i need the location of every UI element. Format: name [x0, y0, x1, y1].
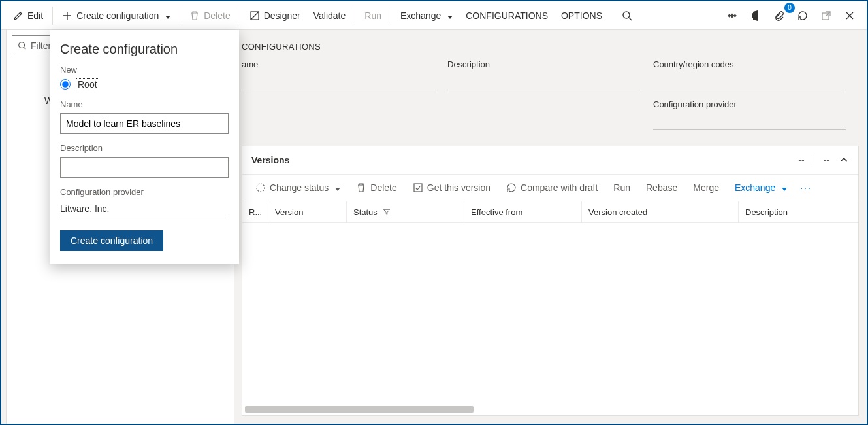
- designer-icon: [249, 10, 260, 21]
- create-configuration-submit[interactable]: Create configuration: [60, 230, 163, 251]
- versions-exchange-menu[interactable]: Exchange: [728, 180, 794, 196]
- versions-delete-button[interactable]: Delete: [349, 180, 403, 196]
- popout-button[interactable]: [814, 7, 838, 25]
- name-field[interactable]: [242, 73, 434, 90]
- paperclip-icon: [774, 10, 784, 21]
- configurations-label: CONFIGURATIONS: [466, 10, 548, 21]
- close-button[interactable]: [838, 7, 861, 25]
- col-r[interactable]: R...: [242, 201, 268, 222]
- provider-field-label: Configuration provider: [60, 187, 229, 197]
- office-icon-button[interactable]: [744, 7, 767, 25]
- cycle-icon: [255, 182, 266, 193]
- search-icon: [18, 41, 27, 51]
- versions-title: Versions: [251, 155, 289, 165]
- get-version-button[interactable]: Get this version: [406, 180, 497, 196]
- app-link-icon[interactable]: [720, 7, 744, 25]
- trash-icon: [356, 182, 366, 193]
- validate-label: Validate: [313, 10, 346, 21]
- delete-label: Delete: [370, 182, 396, 193]
- codes-label: Country/region codes: [653, 60, 846, 69]
- search-button[interactable]: [615, 7, 639, 25]
- toolbar-separator: [391, 7, 391, 25]
- codes-field[interactable]: [653, 73, 846, 90]
- create-configuration-button[interactable]: Create configuration: [56, 7, 177, 25]
- dropdown-title: Create configuration: [60, 42, 229, 57]
- horizontal-scrollbar[interactable]: [245, 406, 474, 413]
- configurations-tab[interactable]: CONFIGURATIONS: [459, 7, 555, 25]
- toolbar-separator: [355, 7, 355, 25]
- chevron-down-icon: [445, 10, 453, 21]
- svg-rect-5: [414, 184, 422, 192]
- toolbar-separator: [180, 7, 180, 25]
- name-label: ame: [242, 60, 434, 69]
- header-dash1: --: [798, 155, 804, 165]
- svg-point-3: [19, 42, 25, 48]
- trash-icon: [189, 10, 200, 21]
- versions-grid-body: [242, 223, 858, 415]
- description-field-label: Description: [60, 143, 229, 153]
- collapsed-rail[interactable]: [1, 30, 7, 424]
- chevron-down-icon: [332, 182, 340, 193]
- designer-button[interactable]: Designer: [243, 7, 307, 25]
- search-icon: [622, 10, 632, 21]
- more-menu[interactable]: ···: [796, 180, 816, 196]
- chevron-down-icon: [163, 10, 170, 21]
- filter-icon: [381, 207, 392, 217]
- name-input[interactable]: [60, 113, 229, 134]
- attachments-button[interactable]: 0: [767, 7, 791, 25]
- section-title: CONFIGURATIONS: [242, 42, 859, 52]
- change-status-label: Change status: [270, 182, 329, 193]
- provider-field[interactable]: [653, 113, 846, 130]
- ellipsis-icon: ···: [800, 182, 812, 193]
- merge-button[interactable]: Merge: [686, 180, 726, 196]
- options-tab[interactable]: OPTIONS: [555, 7, 609, 25]
- compare-button[interactable]: Compare with draft: [500, 180, 604, 196]
- office-icon: [750, 10, 761, 21]
- run-label: Run: [364, 10, 381, 21]
- create-configuration-dropdown: Create configuration New Root Name Descr…: [50, 30, 239, 264]
- svg-point-1: [623, 12, 630, 18]
- plus-icon: [62, 10, 72, 21]
- name-field-label: Name: [60, 99, 229, 109]
- exchange-label: Exchange: [400, 10, 441, 21]
- delete-button: Delete: [183, 7, 236, 25]
- designer-label: Designer: [264, 10, 300, 21]
- chevron-up-icon[interactable]: [839, 155, 849, 165]
- versions-run-button[interactable]: Run: [607, 180, 637, 196]
- pencil-icon: [13, 10, 24, 21]
- provider-label: Configuration provider: [653, 99, 846, 109]
- root-radio-label[interactable]: Root: [76, 78, 99, 90]
- delete-label: Delete: [204, 10, 230, 21]
- col-status[interactable]: Status: [347, 201, 464, 222]
- merge-label: Merge: [693, 182, 719, 193]
- edit-square-icon: [413, 182, 423, 193]
- col-version[interactable]: Version: [268, 201, 347, 222]
- compare-label: Compare with draft: [521, 182, 598, 193]
- get-version-label: Get this version: [427, 182, 490, 193]
- new-label: New: [60, 65, 229, 75]
- validate-button[interactable]: Validate: [307, 7, 353, 25]
- rebase-button[interactable]: Rebase: [639, 180, 684, 196]
- col-effective-from[interactable]: Effective from: [464, 201, 582, 222]
- col-version-created[interactable]: Version created: [582, 201, 739, 222]
- create-config-label: Create configuration: [76, 10, 159, 21]
- attachment-count: 0: [784, 3, 795, 13]
- edit-button[interactable]: Edit: [7, 7, 50, 25]
- exchange-label: Exchange: [735, 182, 775, 193]
- popout-icon: [821, 10, 831, 21]
- toolbar-separator: [52, 7, 53, 25]
- description-label: Description: [447, 60, 640, 69]
- rebase-label: Rebase: [646, 182, 677, 193]
- header-dash2: --: [824, 155, 829, 165]
- description-input[interactable]: [60, 157, 229, 178]
- root-radio[interactable]: [60, 79, 71, 90]
- separator: [814, 154, 814, 166]
- col-description[interactable]: Description: [739, 201, 858, 222]
- run-button: Run: [358, 7, 388, 25]
- filter-input[interactable]: Filter: [12, 35, 54, 56]
- edit-label: Edit: [27, 10, 43, 21]
- exchange-menu[interactable]: Exchange: [394, 7, 459, 25]
- description-field[interactable]: [447, 73, 640, 90]
- change-status-button[interactable]: Change status: [249, 180, 347, 196]
- toolbar-separator: [240, 7, 240, 25]
